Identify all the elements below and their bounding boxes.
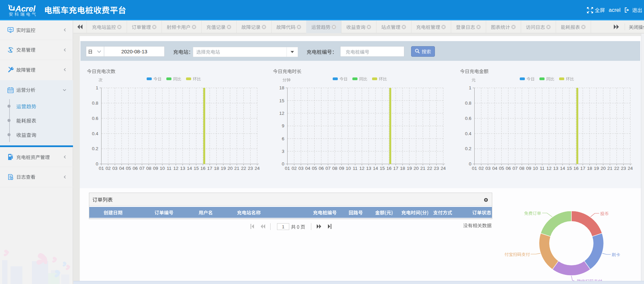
svg-text:03: 03 (485, 166, 491, 171)
svg-text:21: 21 (420, 166, 425, 171)
svg-text:06: 06 (506, 166, 511, 171)
svg-text:18: 18 (587, 166, 592, 171)
svg-text:9: 9 (282, 123, 284, 128)
svg-text:13: 13 (553, 166, 558, 171)
svg-text:12: 12 (359, 166, 364, 171)
svg-text:18: 18 (214, 166, 219, 171)
svg-text:23: 23 (434, 166, 439, 171)
svg-text:03: 03 (298, 166, 303, 171)
svg-text:0.2: 0.2 (92, 146, 98, 151)
svg-text:17: 17 (580, 166, 585, 171)
svg-text:0.6: 0.6 (92, 116, 98, 121)
svg-text:12: 12 (279, 111, 284, 116)
svg-text:0.8: 0.8 (92, 101, 98, 106)
svg-text:1: 1 (469, 85, 472, 90)
svg-text:17: 17 (393, 166, 398, 171)
svg-text:11: 11 (353, 166, 357, 171)
svg-text:08: 08 (146, 166, 151, 171)
svg-text:0: 0 (469, 161, 472, 166)
svg-text:3: 3 (282, 149, 284, 154)
svg-text:06: 06 (133, 166, 138, 171)
svg-text:24: 24 (441, 166, 446, 171)
svg-text:01: 01 (99, 166, 104, 171)
svg-text:16: 16 (573, 166, 578, 171)
svg-text:6: 6 (282, 136, 284, 141)
svg-text:04: 04 (119, 166, 125, 171)
svg-text:07: 07 (140, 166, 145, 171)
svg-text:12: 12 (173, 166, 178, 171)
svg-text:22: 22 (427, 166, 432, 171)
svg-text:04: 04 (492, 166, 498, 171)
svg-text:0.4: 0.4 (92, 131, 98, 136)
svg-text:23: 23 (621, 166, 626, 171)
svg-text:24: 24 (255, 166, 260, 171)
svg-text:10: 10 (533, 166, 538, 171)
svg-text:19: 19 (221, 166, 226, 171)
svg-text:14: 14 (187, 166, 192, 171)
svg-text:01: 01 (285, 166, 290, 171)
svg-text:0.4: 0.4 (465, 131, 472, 136)
svg-text:19: 19 (594, 166, 599, 171)
svg-text:16: 16 (200, 166, 205, 171)
svg-text:08: 08 (332, 166, 337, 171)
svg-text:01: 01 (472, 166, 477, 171)
svg-text:07: 07 (513, 166, 518, 171)
svg-text:14: 14 (373, 166, 378, 171)
svg-text:15: 15 (567, 166, 572, 171)
svg-text:03: 03 (112, 166, 117, 171)
svg-text:06: 06 (319, 166, 324, 171)
svg-text:11: 11 (540, 166, 545, 171)
svg-text:15: 15 (279, 98, 284, 103)
svg-text:15: 15 (194, 166, 199, 171)
svg-text:02: 02 (479, 166, 484, 171)
svg-text:05: 05 (126, 166, 131, 171)
svg-text:09: 09 (153, 166, 158, 171)
svg-text:13: 13 (366, 166, 371, 171)
svg-text:22: 22 (614, 166, 619, 171)
svg-text:24: 24 (628, 166, 633, 171)
svg-text:20: 20 (413, 166, 419, 171)
svg-text:16: 16 (386, 166, 391, 171)
svg-text:22: 22 (241, 166, 246, 171)
svg-text:20: 20 (601, 166, 606, 171)
svg-text:21: 21 (607, 166, 612, 171)
svg-text:02: 02 (292, 166, 297, 171)
svg-text:18: 18 (279, 85, 284, 90)
svg-text:09: 09 (339, 166, 344, 171)
svg-text:14: 14 (560, 166, 565, 171)
svg-text:23: 23 (248, 166, 253, 171)
svg-text:17: 17 (207, 166, 212, 171)
svg-text:05: 05 (312, 166, 317, 171)
svg-text:1: 1 (96, 85, 98, 90)
svg-text:15: 15 (380, 166, 385, 171)
svg-text:19: 19 (407, 166, 412, 171)
svg-text:0: 0 (282, 161, 284, 166)
svg-text:09: 09 (526, 166, 531, 171)
svg-text:20: 20 (227, 166, 233, 171)
svg-text:21: 21 (234, 166, 239, 171)
svg-text:10: 10 (160, 166, 165, 171)
svg-text:11: 11 (167, 166, 171, 171)
svg-text:12: 12 (546, 166, 551, 171)
svg-text:05: 05 (499, 166, 504, 171)
svg-text:02: 02 (106, 166, 111, 171)
svg-text:07: 07 (326, 166, 331, 171)
svg-text:0.8: 0.8 (465, 101, 472, 106)
svg-text:0.6: 0.6 (465, 116, 472, 121)
svg-text:13: 13 (180, 166, 185, 171)
svg-text:0: 0 (96, 161, 98, 166)
svg-text:18: 18 (400, 166, 405, 171)
svg-text:04: 04 (305, 166, 311, 171)
svg-text:10: 10 (346, 166, 351, 171)
svg-text:08: 08 (519, 166, 525, 171)
svg-text:0.2: 0.2 (465, 146, 472, 151)
